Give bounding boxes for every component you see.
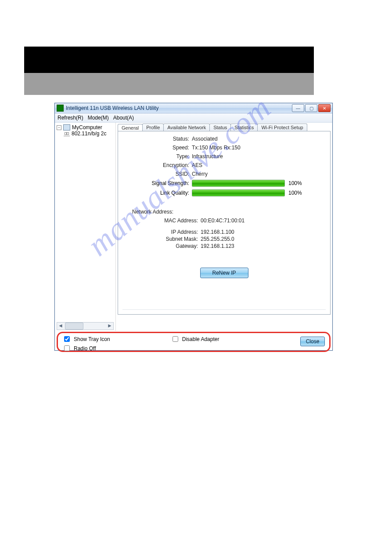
label-ip: IP Address: [123, 229, 201, 235]
label-link-quality: Link Quality: [123, 190, 192, 196]
link-quality-pct: 100% [288, 190, 302, 196]
tab-strip: General Profile Available Network Status… [118, 123, 331, 131]
disable-adapter-input[interactable] [173, 336, 178, 342]
adapter-icon [64, 131, 70, 136]
value-subnet: 255.255.255.0 [201, 236, 234, 242]
signal-strength-pct: 100% [288, 180, 302, 186]
content-area: − MyComputer 802.11n/b/g 2c ◄ ► General … [55, 123, 332, 331]
window-title: Intelligent 11n USB Wireless LAN Utility [66, 105, 291, 111]
tab-available-network[interactable]: Available Network [163, 123, 210, 131]
close-button[interactable]: Close [300, 337, 325, 346]
tree-horizontal-scrollbar[interactable]: ◄ ► [57, 322, 114, 330]
value-encryption: AES [192, 162, 325, 168]
value-ssid: Cherry [192, 171, 325, 177]
bottom-options-bar: Show Tray Icon Radio Off Disable Adapter… [57, 332, 331, 352]
tab-wifi-protect-setup[interactable]: Wi-Fi Protect Setup [257, 123, 307, 131]
tree-child[interactable]: 802.11n/b/g 2c [64, 131, 114, 137]
tree-root-label: MyComputer [72, 124, 102, 131]
app-icon [57, 105, 64, 112]
scroll-thumb[interactable] [65, 323, 83, 330]
label-mac: MAC Address: [123, 218, 201, 224]
label-type: Type: [123, 153, 192, 160]
minimize-button[interactable]: — [292, 104, 304, 112]
close-window-button[interactable]: ✕ [318, 104, 331, 112]
titlebar: Intelligent 11n USB Wireless LAN Utility… [55, 103, 332, 113]
label-speed: Speed: [123, 145, 192, 151]
renew-ip-button[interactable]: ReNew IP [200, 268, 248, 278]
computer-icon [63, 124, 70, 131]
value-type: Infrastructure [192, 153, 325, 160]
tab-body-general: Status:Associated Speed:Tx:150 Mbps Rx:1… [118, 131, 331, 315]
label-signal-strength: Signal Strength: [123, 180, 192, 186]
radio-off-checkbox[interactable]: Radio Off [62, 344, 110, 352]
link-quality-bar [192, 189, 285, 196]
scroll-right-arrow[interactable]: ► [106, 323, 113, 330]
tree-collapse-icon[interactable]: − [57, 125, 61, 130]
label-subnet: Subnet Mask: [123, 236, 201, 242]
value-gateway: 192.168.1.123 [201, 243, 234, 249]
value-speed: Tx:150 Mbps Rx:150 [192, 145, 325, 151]
value-ip: 192.168.1.100 [201, 229, 234, 235]
tree-root[interactable]: − MyComputer [57, 124, 114, 131]
menu-refresh[interactable]: Refresh(R) [58, 115, 83, 121]
disable-adapter-label: Disable Adapter [182, 336, 219, 342]
network-address-group-label: Network Address: [132, 209, 325, 215]
right-panel: General Profile Available Network Status… [116, 123, 332, 331]
menu-about[interactable]: About(A) [113, 115, 134, 121]
menu-mode[interactable]: Mode(M) [88, 115, 109, 121]
menubar: Refresh(R) Mode(M) About(A) [55, 113, 332, 123]
radio-off-label: Radio Off [74, 345, 96, 352]
maximize-button[interactable]: ▢ [305, 104, 317, 112]
tree-child-label: 802.11n/b/g 2c [72, 131, 106, 137]
label-status: Status: [123, 136, 192, 142]
separator [122, 309, 326, 310]
signal-strength-bar [192, 180, 285, 187]
label-encryption: Encryption: [123, 162, 192, 168]
tab-profile[interactable]: Profile [142, 123, 164, 131]
show-tray-icon-label: Show Tray Icon [74, 336, 110, 342]
app-window: Intelligent 11n USB Wireless LAN Utility… [54, 103, 333, 351]
radio-off-input[interactable] [64, 345, 70, 351]
tab-general[interactable]: General [118, 124, 143, 131]
tree-panel: − MyComputer 802.11n/b/g 2c ◄ ► [55, 123, 116, 331]
scroll-left-arrow[interactable]: ◄ [57, 323, 64, 330]
label-gateway: Gateway: [123, 243, 201, 249]
value-status: Associated [192, 136, 325, 142]
top-gray-bar [24, 73, 314, 95]
tab-statistics[interactable]: Statistics [230, 123, 258, 131]
show-tray-icon-input[interactable] [64, 336, 70, 342]
label-ssid: SSID: [123, 171, 192, 177]
tab-status[interactable]: Status [209, 123, 231, 131]
value-mac: 00:E0:4C:71:00:01 [201, 218, 245, 224]
disable-adapter-checkbox[interactable]: Disable Adapter [171, 335, 219, 343]
top-black-bar [24, 47, 314, 73]
show-tray-icon-checkbox[interactable]: Show Tray Icon [62, 335, 110, 343]
